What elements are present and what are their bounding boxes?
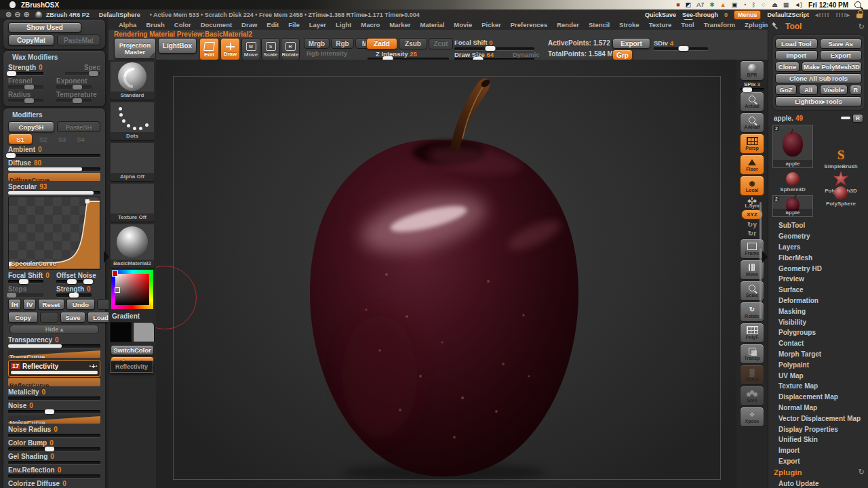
slider-diffuse[interactable]: Diffuse80 [8, 159, 100, 171]
tool-section-morph-target[interactable]: Morph Target [768, 349, 868, 360]
undo-button[interactable]: Undo [66, 299, 95, 310]
export-button[interactable]: Export [612, 38, 650, 49]
pastemat-button[interactable]: PasteMat [57, 35, 100, 45]
polyf-button[interactable]: PolyF [740, 323, 764, 343]
tool-section-visibility[interactable]: Visibility [768, 317, 868, 327]
zadd-button[interactable]: Zadd [366, 38, 397, 49]
modifiers-title[interactable]: Modifiers [8, 110, 100, 120]
aahalf-button[interactable]: AAHalf [740, 113, 764, 133]
menu-light[interactable]: Light [331, 21, 356, 28]
floor-button[interactable]: Floor [740, 155, 764, 175]
a7-icon[interactable]: A7 [696, 1, 704, 8]
active-tool-thumbnail[interactable]: 2 apple [772, 125, 813, 168]
menu-brush[interactable]: Brush [141, 21, 169, 28]
slider-track[interactable] [8, 461, 100, 464]
goz-visible-button[interactable]: Visible [820, 85, 848, 95]
menu-movie[interactable]: Movie [449, 21, 477, 28]
gallery-item-simplebrush[interactable]: S SimpleBrush [817, 148, 865, 169]
scale-button[interactable]: SScale [261, 38, 280, 60]
tool-section-displacement-map[interactable]: Displacement Map [768, 392, 868, 403]
slider-noise-radius[interactable]: Noise Radius0 [8, 426, 100, 437]
tool-section-export[interactable]: Export [768, 456, 868, 467]
draw-button[interactable]: Draw [220, 38, 240, 60]
menu-layer[interactable]: Layer [304, 21, 331, 28]
input-icon[interactable]: ▦ [783, 1, 789, 8]
fv-button[interactable]: fV [23, 299, 36, 310]
rotate-button[interactable]: RRotate [281, 38, 300, 60]
goz-button[interactable]: GoZ [775, 85, 797, 95]
thumb-alpha-off[interactable]: Alpha Off [110, 142, 155, 181]
curve-transcurve[interactable]: TransCurve [8, 350, 100, 358]
curve-noisecurve[interactable]: NoiseCurve [8, 415, 100, 424]
goz-all-button[interactable]: All [799, 85, 818, 95]
mini-slider-handle[interactable] [67, 279, 77, 284]
focal-shift-handle[interactable] [486, 46, 496, 51]
tool-section-masking[interactable]: Masking [768, 306, 868, 317]
menus-button[interactable]: Menus [734, 10, 762, 20]
switchcolor-button[interactable]: SwitchColor [111, 345, 154, 355]
slider-handle[interactable] [45, 447, 54, 451]
tool-section-surface[interactable]: Surface [768, 285, 868, 296]
copy-button[interactable]: Copy [8, 312, 38, 323]
slider-track[interactable] [8, 154, 100, 157]
thumb-basicmaterial2[interactable]: BasicMaterial2 [110, 224, 155, 268]
s2-button[interactable]: S2 [35, 136, 52, 143]
tool-section-deformation[interactable]: Deformation [768, 296, 868, 306]
zscript-prev-icon[interactable]: ◂!!!! [815, 12, 830, 18]
tool-panel-title[interactable]: Tool [785, 22, 802, 31]
volume-icon[interactable]: ◄) [794, 1, 802, 8]
tool-section-normal-map[interactable]: Normal Map [768, 403, 868, 413]
wax-fresnel-slider[interactable]: Fresnel [8, 77, 52, 89]
persp-button[interactable]: Persp [740, 134, 764, 154]
blank-button[interactable] [40, 312, 58, 323]
export-tool-button[interactable]: Export [820, 50, 863, 60]
copymat-button[interactable]: CopyMat [8, 35, 54, 45]
menu-texture[interactable]: Texture [644, 21, 677, 28]
wax-spec-slider[interactable]: Spec [56, 64, 100, 75]
lock-icon[interactable] [856, 14, 863, 18]
slider-track[interactable] [8, 191, 100, 195]
menu-file[interactable]: File [283, 21, 304, 28]
wax-temperature-slider[interactable]: Temperature [56, 91, 100, 102]
shield-icon[interactable]: ◩ [686, 1, 692, 8]
mini-slider-track[interactable] [56, 293, 92, 297]
tool-refresh-icon[interactable]: ↻ [859, 22, 865, 31]
goz-r-button[interactable]: R [850, 85, 862, 95]
gradient-label[interactable]: Gradient [108, 310, 156, 321]
bluetooth-icon[interactable]: ᛒ [752, 1, 755, 8]
thumb-dots[interactable]: Dots [110, 102, 155, 140]
s3-button[interactable]: S3 [54, 136, 71, 143]
zsub-button[interactable]: Zsub [399, 38, 427, 49]
menu-material[interactable]: Material [415, 21, 449, 28]
tool-section-display-properties[interactable]: Display Properties [768, 424, 868, 434]
menu-tool[interactable]: Tool [676, 21, 698, 28]
blank-button[interactable] [97, 299, 108, 310]
menu-stroke[interactable]: Stroke [614, 21, 644, 28]
local-button[interactable]: ◉Local [740, 176, 764, 196]
canvas-scrollbar-upper[interactable] [760, 202, 762, 243]
menu-draw[interactable]: Draw [237, 21, 262, 28]
wax-strength-slider[interactable]: Strength0 [8, 64, 52, 75]
curve-reflectcurve[interactable]: ReflectCurve [8, 378, 100, 386]
current-tool-slider[interactable] [841, 117, 850, 119]
slider-track[interactable] [8, 410, 100, 413]
thumb-texture-off[interactable]: Texture Off [110, 183, 155, 222]
sdiv-slider[interactable] [654, 47, 708, 50]
import-button[interactable]: Import [775, 50, 818, 60]
tool-section-import[interactable]: Import [768, 445, 868, 456]
edit-button[interactable]: Edit [199, 38, 219, 60]
menu-macro[interactable]: Macro [356, 21, 384, 28]
slider-track[interactable] [8, 167, 100, 171]
tool-section-geometry[interactable]: Geometry [768, 231, 868, 242]
lightbox-tools-button[interactable]: Lightbox▸Tools [775, 96, 862, 106]
slider-env-reflection[interactable]: Env.Reflection0 [8, 466, 100, 478]
menu-render[interactable]: Render [552, 21, 584, 28]
sculpt-canvas[interactable] [156, 60, 736, 488]
slider-handle[interactable] [6, 153, 16, 158]
transp-button[interactable]: Transp [740, 344, 764, 364]
color-picker-gradient[interactable] [115, 274, 149, 305]
save-button[interactable]: Save [60, 312, 85, 323]
slider-track[interactable] [8, 396, 100, 400]
canvas-scrollbar-lower[interactable] [760, 248, 762, 319]
slider-ambient[interactable]: Ambient0 [8, 146, 100, 157]
